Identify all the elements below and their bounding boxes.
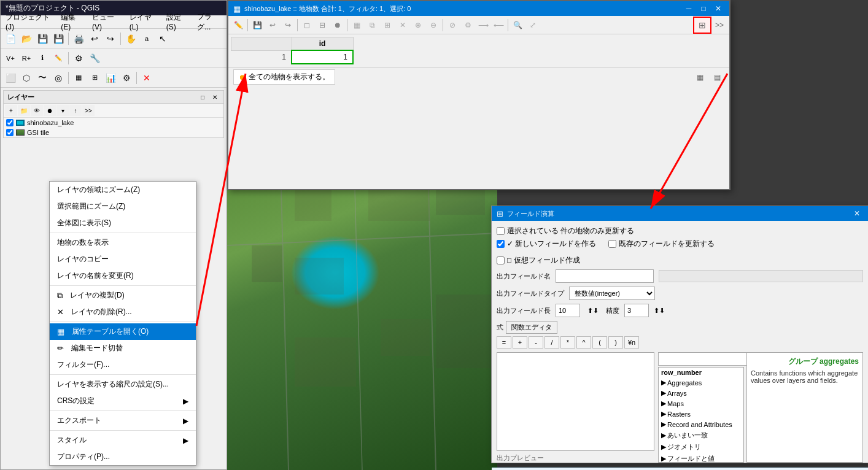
tb-attr-table[interactable]: ▦ [71,71,86,85]
tb-identify[interactable]: ℹ [35,51,50,66]
tb-print[interactable]: 🖨️ [71,31,86,46]
fc-func-fields[interactable]: ▶ フィールドと値 [659,453,743,463]
lb-more[interactable]: ▾ [56,105,69,116]
attr-tb-a[interactable]: ▦ [349,18,364,33]
fc-op-div[interactable]: / [544,336,559,349]
attr-redo-btn[interactable]: ↪ [281,18,295,33]
tb-pan[interactable]: ✋ [123,31,138,46]
fc-op-plus[interactable]: + [513,336,527,349]
fc-func-aggregates[interactable]: ▶ Aggregates [659,377,743,388]
attr-undo-btn[interactable]: ↩ [265,18,280,33]
attr-edit-btn[interactable]: ✏️ [231,18,246,33]
layer-checkbox-2[interactable] [6,129,14,136]
attr-tb-i[interactable]: ⟶ [476,18,490,33]
tb-open[interactable]: 📂 [19,31,34,46]
tb-plugin2[interactable]: 🔧 [87,51,102,66]
tb-digitize[interactable]: ✏️ [51,51,66,66]
tb-saveas[interactable]: 💾 [51,31,66,46]
attr-tb-f[interactable]: ⊖ [426,18,441,33]
fc-op-rparen[interactable]: ) [608,336,623,349]
fc-func-row-number[interactable]: row_number [659,368,743,377]
fc-search-input[interactable] [658,352,749,366]
fc-func-editor-btn[interactable]: 関数エディタ [506,321,557,334]
fc-op-pow[interactable]: ^ [576,336,591,349]
fc-update-existing-cb[interactable] [608,240,616,248]
menu-edit[interactable]: 編集(E) [58,12,85,32]
lb-move-up[interactable]: ↑ [69,105,82,116]
attr-tb-j[interactable]: ⟵ [491,18,506,33]
attr-cell-id[interactable]: 1 [292,50,353,64]
tb-select-rect[interactable]: ⬜ [3,71,18,85]
menu-view[interactable]: ビュー(V) [90,12,122,32]
tb-input[interactable]: a [139,31,154,46]
tb-redo[interactable]: ↪ [103,31,118,46]
fc-output-length-input[interactable] [556,304,580,317]
attr-filter-btn[interactable]: ⏺ [330,18,345,33]
fc-output-name-input[interactable] [556,269,654,283]
lb-more2[interactable]: >> [82,105,95,116]
attr-tb-k[interactable]: 🔍 [510,18,525,33]
ctx-zoom-layer[interactable]: レイヤの領域にズーム(Z) [50,182,196,198]
fc-output-type-select[interactable]: 整数値(integer) [569,287,655,300]
tb-save[interactable]: 💾 [35,31,50,46]
attr-more-btn[interactable]: >> [712,18,727,33]
attr-tb-d[interactable]: ✕ [395,18,410,33]
fc-func-fuzzy[interactable]: ▶ あいまい一致 [659,430,743,441]
attr-maximize-btn[interactable]: □ [697,4,710,13]
fc-op-lparen[interactable]: ( [592,336,607,349]
layer-item-1[interactable]: shinobazu_lake [4,118,223,128]
ctx-scale-visibility[interactable]: レイヤを表示する縮尺の設定(S)... [50,376,196,393]
tb-addvector[interactable]: V+ [3,51,18,66]
fc-virtual-cb[interactable] [497,256,505,264]
menu-settings[interactable]: 設定(S) [164,12,190,32]
attr-select-btn[interactable]: ◻ [300,18,314,33]
attr-minimize-btn[interactable]: ─ [683,4,695,13]
tb-new[interactable]: 📄 [3,31,18,46]
menu-project[interactable]: プロジェクト(J) [3,12,53,32]
fc-func-arrays[interactable]: ▶ Arrays [659,388,743,398]
fc-precision-input[interactable] [624,304,649,317]
lb-vis[interactable]: 👁 [31,105,43,116]
attr-tb-h[interactable]: ⚙ [460,18,475,33]
tb-field-calc[interactable]: ⊞ [87,71,102,85]
ctx-remove-layer[interactable]: ✕ レイヤの削除(R)... [50,304,196,320]
tb-settings2[interactable]: ⚙ [119,71,134,85]
lb-grp[interactable]: 📁 [18,105,30,116]
attr-tb-e[interactable]: ⊕ [411,18,425,33]
fc-func-maps[interactable]: ▶ Maps [659,398,743,409]
fc-expression-textarea[interactable] [497,352,654,451]
fc-op-minus[interactable]: - [529,336,543,349]
attr-close-btn[interactable]: ✕ [712,4,724,13]
show-all-features-btn[interactable]: ⏺ 全ての地物を表示する。 [233,69,335,85]
attr-save-btn[interactable]: 💾 [250,18,265,33]
fc-func-record[interactable]: ▶ Record and Attributes [659,419,743,430]
layers-panel-close[interactable]: ✕ [210,92,220,102]
fc-func-rasters[interactable]: ▶ Rasters [659,409,743,419]
fc-new-field-cb[interactable] [497,240,505,248]
ctx-open-attr-table[interactable]: ▦ 属性テーブルを開く(O) [50,323,196,340]
fc-op-newline[interactable]: ¥n [624,336,639,349]
ctx-properties[interactable]: プロパティ(P)... [50,449,196,465]
attr-tb-c[interactable]: ⊞ [380,18,395,33]
attr-tb-g[interactable]: ⊘ [445,18,460,33]
fc-op-mul[interactable]: * [560,336,575,349]
layer-item-2[interactable]: GSI tile [4,128,223,137]
fc-op-eq[interactable]: = [497,336,511,349]
tb-select-radius[interactable]: ◎ [51,71,66,85]
ctx-copy-layer[interactable]: レイヤのコピー [50,251,196,268]
ctx-toggle-edit[interactable]: ✏ 編集モード切替 [50,340,196,356]
ctx-style[interactable]: スタイル ▶ [50,432,196,449]
layers-panel-float[interactable]: □ [198,92,207,102]
tb-stats[interactable]: 📊 [103,71,118,85]
ctx-zoom-selection[interactable]: 選択範囲にズーム(Z) [50,198,196,215]
ctx-filter[interactable]: フィルター(F)... [50,356,196,373]
context-menu[interactable]: レイヤの領域にズーム(Z) 選択範囲にズーム(Z) 全体図に表示(S) 地物の数… [49,181,196,466]
tb-addraster[interactable]: R+ [19,51,34,66]
ctx-export[interactable]: エクスポート ▶ [50,412,196,429]
ctx-rename-layer[interactable]: レイヤの名前を変更(R) [50,268,196,284]
tb-close-row[interactable]: ✕ [139,71,154,85]
lb-add[interactable]: + [5,105,17,116]
attr-view-form-btn[interactable]: ▤ [710,70,724,85]
attr-tb-b[interactable]: ⧉ [365,18,379,33]
tb-cursor[interactable]: ↖ [155,31,170,46]
